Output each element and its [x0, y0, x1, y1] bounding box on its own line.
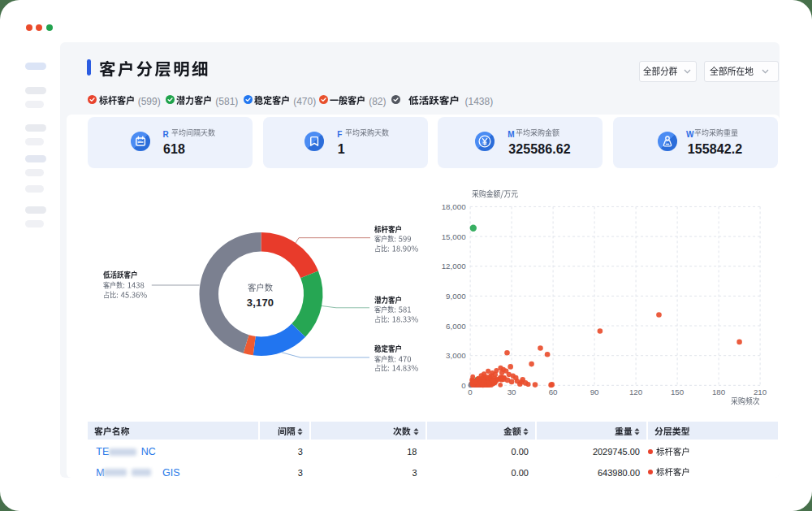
- svg-text:90: 90: [590, 388, 599, 396]
- svg-text:12,000: 12,000: [442, 262, 467, 271]
- svg-text:3,000: 3,000: [446, 351, 466, 360]
- svg-text:9,000: 9,000: [446, 292, 466, 301]
- svg-text:180: 180: [712, 388, 726, 396]
- svg-text:6,000: 6,000: [446, 322, 466, 331]
- svg-text:0: 0: [468, 388, 473, 396]
- svg-text:15,000: 15,000: [442, 232, 467, 241]
- svg-text:0: 0: [461, 381, 466, 390]
- svg-text:210: 210: [754, 388, 767, 396]
- svg-text:150: 150: [671, 388, 685, 396]
- svg-text:18,000: 18,000: [442, 202, 467, 211]
- svg-text:30: 30: [508, 388, 516, 396]
- svg-text:120: 120: [629, 388, 643, 396]
- svg-text:60: 60: [549, 388, 558, 396]
